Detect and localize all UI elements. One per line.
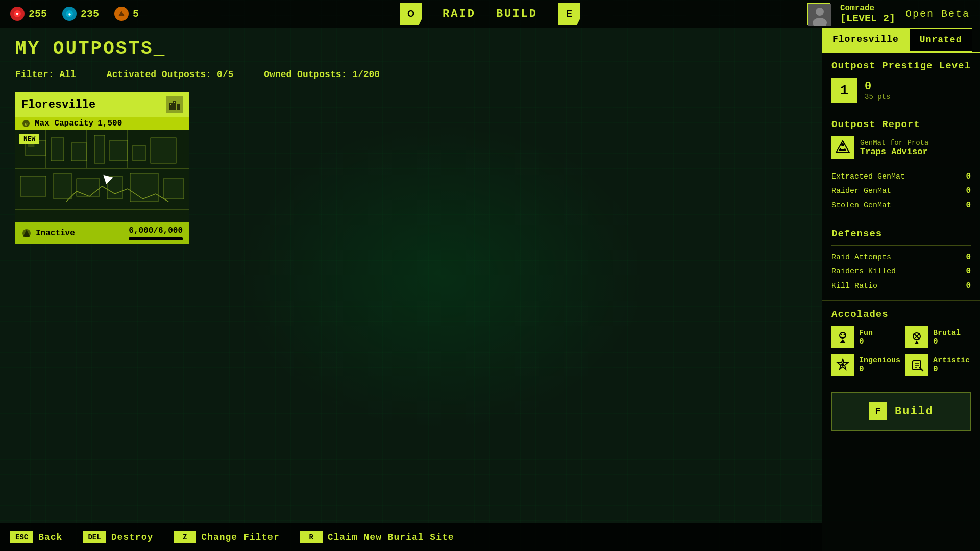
capacity-value: 1,500 <box>97 119 122 128</box>
advisor-text: GenMat for Prota Traps Advisor <box>860 139 928 157</box>
svg-point-44 <box>841 334 842 335</box>
stat-label: Raiders Killed <box>831 267 896 276</box>
svg-rect-31 <box>77 179 100 196</box>
action-destroy: DEL Destroy <box>83 531 153 543</box>
svg-rect-21 <box>94 135 105 163</box>
accolade-ingenious: Ingenious 0 <box>831 354 900 376</box>
prestige-pts: 0 35 pts <box>865 80 890 101</box>
build-label: Build <box>895 405 934 418</box>
top-center-nav: O RAID BUILD E <box>400 3 580 25</box>
stat-raiders-killed: Raiders Killed 0 <box>831 264 971 279</box>
fun-text: Fun 0 <box>859 329 873 346</box>
advisor-name: Traps Advisor <box>860 147 928 157</box>
r-key: R <box>300 531 323 543</box>
outpost-footer: Inactive 6,000/6,000 <box>15 222 189 244</box>
activated-outposts: Activated Outposts: 0/5 <box>107 69 233 80</box>
player-info: Comrade [LEVEL 2] <box>840 4 895 24</box>
bottom-bar: ESC Back DEL Destroy Z Change Filter R C… <box>0 523 822 551</box>
outpost-map: NEW <box>15 130 189 222</box>
stat-value: 0 <box>966 172 971 181</box>
build-btn-container: F Build <box>822 384 980 438</box>
stat-value: 0 <box>966 281 971 290</box>
accolade-artistic: Artistic 0 <box>905 354 971 376</box>
new-badge: NEW <box>19 134 39 144</box>
stat-raider: Raider GenMat 0 <box>831 184 971 198</box>
filter-item: Filter: All <box>15 69 76 80</box>
svg-point-7 <box>816 8 824 16</box>
svg-marker-46 <box>840 339 846 343</box>
stat-stolen: Stolen GenMat 0 <box>831 198 971 212</box>
tab-unrated[interactable]: Unrated <box>909 28 973 52</box>
defenses-section: Defenses Raid Attempts 0 Raiders Killed … <box>822 220 980 301</box>
artistic-icon <box>905 354 928 376</box>
outpost-storage-display: 6,000/6,000 <box>129 226 183 240</box>
back-label: Back <box>38 532 62 542</box>
svg-marker-50 <box>915 340 919 344</box>
accolades-grid: Fun 0 Brutal 0 <box>831 326 971 376</box>
stat-label: Kill Ratio <box>831 282 877 290</box>
svg-rect-23 <box>133 145 145 161</box>
stat-value: 0 <box>966 267 971 276</box>
resource-supply: 5 <box>114 7 139 21</box>
brutal-icon <box>905 326 928 348</box>
stat-label: Raid Attempts <box>831 253 891 262</box>
svg-rect-24 <box>151 138 176 163</box>
destroy-label: Destroy <box>111 532 154 542</box>
svg-rect-11 <box>177 104 180 110</box>
report-section: Outpost Report GenMat for Prota Traps Ad… <box>822 111 980 220</box>
svg-marker-38 <box>836 141 849 153</box>
ingenious-text: Ingenious 0 <box>859 356 900 374</box>
outpost-storage-value: 6,000/6,000 <box>129 226 183 235</box>
resource-group: ♥ 255 ◈ 235 5 <box>10 7 139 21</box>
tab-floresville[interactable]: Floresville <box>822 28 909 52</box>
outpost-card-floresville[interactable]: Floresville ⚙ Max Capacity <box>15 92 189 244</box>
advisor-icon <box>831 136 854 159</box>
build-label: BUILD <box>496 8 537 20</box>
outpost-tabs: Floresville Unrated <box>822 28 980 53</box>
svg-point-39 <box>841 143 844 146</box>
action-back: ESC Back <box>10 531 62 543</box>
advisor-subtitle: GenMat for Prota <box>860 139 928 147</box>
page-title: MY OUTPOSTS_ <box>15 38 806 59</box>
outpost-capacity-row: ⚙ Max Capacity 1,500 <box>15 117 189 130</box>
svg-rect-33 <box>130 173 158 202</box>
svg-text:⚙: ⚙ <box>24 122 28 127</box>
stat-value: 0 <box>966 201 971 210</box>
svg-text:◈: ◈ <box>68 12 71 17</box>
prestige-title: Outpost Prestige Level <box>831 60 971 71</box>
prestige-row: 1 0 35 pts <box>831 78 971 103</box>
artistic-text: Artistic 0 <box>933 356 970 374</box>
action-claim: R Claim New Burial Site <box>300 531 454 543</box>
ingenious-icon <box>831 354 854 376</box>
health-value: 255 <box>29 8 47 20</box>
brutal-text: Brutal 0 <box>933 329 961 346</box>
stat-label: Raider GenMat <box>831 187 891 195</box>
capacity-label: Max Capacity <box>35 119 93 128</box>
svg-rect-20 <box>71 143 87 161</box>
svg-rect-19 <box>51 138 64 161</box>
top-right-player: Comrade [LEVEL 2] Open Beta <box>807 3 970 25</box>
action-change-filter: Z Change Filter <box>174 531 279 543</box>
energy-icon: ◈ <box>62 7 77 21</box>
storage-bar <box>129 237 183 240</box>
owned-outposts: Owned Outposts: 1/200 <box>264 69 380 80</box>
advisor-row: GenMat for Prota Traps Advisor <box>831 136 971 159</box>
defenses-divider <box>831 245 971 246</box>
right-panel: Floresville Unrated Outpost Prestige Lev… <box>822 28 980 551</box>
resource-energy: ◈ 235 <box>62 7 99 21</box>
nav-right-button[interactable]: E <box>558 3 580 25</box>
svg-text:♥: ♥ <box>16 12 19 17</box>
nav-left-button[interactable]: O <box>400 3 422 25</box>
z-key: Z <box>174 531 196 543</box>
outpost-building-icon <box>166 96 183 113</box>
change-filter-label: Change Filter <box>201 532 279 542</box>
build-button[interactable]: F Build <box>831 392 971 431</box>
svg-rect-34 <box>163 179 184 199</box>
stat-raid-attempts: Raid Attempts 0 <box>831 250 971 264</box>
player-avatar <box>807 3 830 25</box>
health-icon: ♥ <box>10 7 24 21</box>
svg-rect-13 <box>174 102 175 103</box>
svg-point-52 <box>841 363 844 366</box>
defenses-title: Defenses <box>831 228 971 239</box>
report-title: Outpost Report <box>831 119 971 130</box>
